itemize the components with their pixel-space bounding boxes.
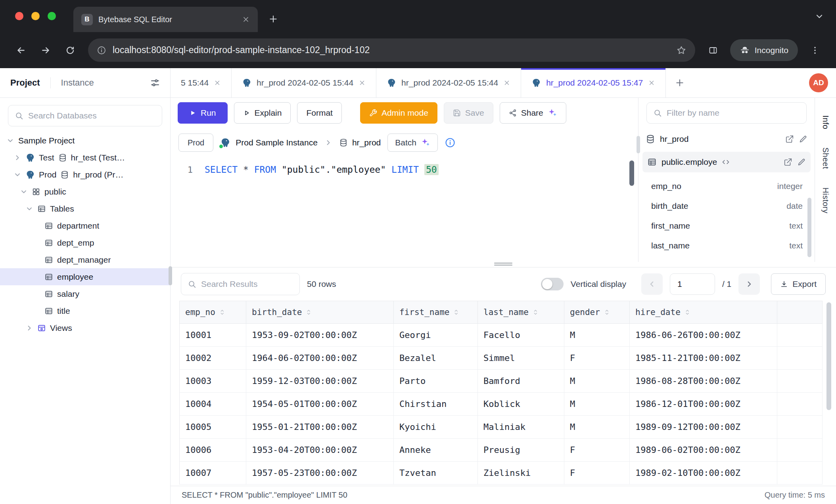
tree-item-prod-database[interactable]: Prod hr_prod (Pr… — [0, 166, 170, 183]
schema-column-row[interactable]: first_nametext — [639, 216, 815, 236]
environment-chip[interactable]: Prod — [178, 134, 213, 152]
column-header-first_name[interactable]: first_name — [394, 301, 478, 324]
schema-column-row[interactable]: birth_datedate — [639, 196, 815, 216]
caret-down-icon[interactable] — [20, 188, 28, 196]
filter-input[interactable]: Filter by name — [646, 102, 807, 124]
result-cell[interactable]: Simmel — [478, 347, 564, 370]
tab-close-icon[interactable] — [503, 79, 510, 86]
result-cell[interactable]: 1953-09-02T00:00:00Z — [246, 324, 394, 347]
result-cell[interactable]: 1957-05-23T00:00:00Z — [246, 462, 394, 485]
schema-table-row[interactable]: public.employe — [642, 152, 811, 172]
tree-item-table-employee[interactable]: employee — [0, 268, 170, 285]
result-cell[interactable]: 10007 — [180, 462, 246, 485]
editor-scrollbar[interactable] — [629, 160, 634, 186]
window-zoom-button[interactable] — [48, 12, 56, 20]
prev-page-button[interactable] — [641, 273, 663, 295]
panel-splitter[interactable] — [171, 262, 836, 267]
result-cell[interactable]: 1954-05-01T00:00:00Z — [246, 393, 394, 416]
page-input[interactable]: 1 — [670, 273, 715, 295]
tab-list-chevron-icon[interactable] — [815, 11, 824, 21]
result-cell[interactable]: M — [564, 324, 630, 347]
result-cell[interactable]: Koblick — [478, 393, 564, 416]
tree-item-table-dept_manager[interactable]: dept_manager — [0, 251, 170, 268]
tab-project[interactable]: Project — [10, 78, 40, 88]
result-cell[interactable]: Preusig — [478, 439, 564, 462]
sort-icon[interactable] — [604, 309, 611, 316]
result-cell[interactable]: 1986-12-01T00:00:00Z — [630, 393, 777, 416]
column-header-emp_no[interactable]: emp_no — [180, 301, 246, 324]
result-cell[interactable]: 1959-12-03T00:00:00Z — [246, 370, 394, 393]
incognito-badge[interactable]: Incognito — [730, 39, 798, 61]
run-button[interactable]: Run — [178, 102, 228, 124]
admin-mode-button[interactable]: Admin mode — [360, 102, 437, 124]
column-header-last_name[interactable]: last_name — [478, 301, 564, 324]
save-button[interactable]: Save — [444, 102, 493, 124]
result-cell[interactable]: Tzvetan — [394, 462, 478, 485]
results-search-input[interactable]: Search Results — [181, 273, 300, 295]
result-cell[interactable]: Facello — [478, 324, 564, 347]
tree-item-schema-public[interactable]: public — [0, 183, 170, 200]
result-cell[interactable]: Chirstian — [394, 393, 478, 416]
browser-tab-close-icon[interactable] — [242, 15, 250, 23]
caret-right-icon[interactable] — [25, 324, 33, 332]
tree-item-tables[interactable]: Tables — [0, 200, 170, 217]
edit-icon[interactable] — [797, 158, 806, 166]
url-bar[interactable]: localhost:8080/sql-editor/prod-sample-in… — [88, 38, 695, 62]
schema-column-row[interactable]: last_nametext — [639, 236, 815, 256]
share-button[interactable]: Share — [500, 102, 566, 124]
caret-down-icon[interactable] — [25, 205, 33, 213]
result-cell[interactable]: Parto — [394, 370, 478, 393]
result-cell[interactable]: 10006 — [180, 439, 246, 462]
explain-button[interactable]: Explain — [234, 102, 291, 124]
vertical-display-toggle[interactable] — [541, 278, 564, 290]
schema-column-row[interactable]: emp_nointeger — [639, 176, 815, 196]
add-sheet-icon[interactable] — [675, 78, 685, 88]
result-cell[interactable]: 1955-01-21T00:00:00Z — [246, 416, 394, 439]
result-cell[interactable]: 10004 — [180, 393, 246, 416]
result-cell[interactable]: Kyoichi — [394, 416, 478, 439]
window-minimize-button[interactable] — [31, 12, 40, 20]
result-cell[interactable]: F — [564, 439, 630, 462]
instance-breadcrumb[interactable]: Prod Sample Instance — [220, 137, 318, 148]
result-cell[interactable]: Maliniak — [478, 416, 564, 439]
connection-info-icon[interactable] — [445, 137, 456, 148]
side-panel-button[interactable] — [702, 40, 724, 61]
sidebar-resize-handle[interactable] — [169, 266, 172, 285]
result-cell[interactable]: 1986-08-28T00:00:00Z — [630, 370, 777, 393]
edit-icon[interactable] — [799, 135, 807, 143]
schema-scrollbar[interactable] — [807, 198, 811, 257]
result-cell[interactable]: Bezalel — [394, 347, 478, 370]
tab-close-icon[interactable] — [214, 79, 221, 86]
export-button[interactable]: Export — [771, 273, 826, 295]
column-header-gender[interactable]: gender — [564, 301, 630, 324]
sql-tab[interactable]: 5 15:44 — [171, 68, 232, 97]
result-cell[interactable]: M — [564, 393, 630, 416]
result-cell[interactable]: Georgi — [394, 324, 478, 347]
tab-close-icon[interactable] — [359, 79, 366, 86]
tree-item-test-database[interactable]: Test hr_test (Test… — [0, 149, 170, 166]
tree-item-table-title[interactable]: title — [0, 302, 170, 319]
site-info-icon[interactable] — [97, 46, 106, 55]
database-search-input[interactable]: Search Databases — [8, 105, 162, 126]
window-close-button[interactable] — [15, 12, 23, 20]
bookmark-star-icon[interactable] — [676, 45, 686, 55]
caret-down-icon[interactable] — [13, 171, 21, 179]
result-cell[interactable]: 10003 — [180, 370, 246, 393]
result-cell[interactable]: 1986-06-26T00:00:00Z — [630, 324, 777, 347]
result-cell[interactable]: 10001 — [180, 324, 246, 347]
tree-item-table-salary[interactable]: salary — [0, 285, 170, 302]
format-button[interactable]: Format — [297, 102, 342, 124]
sidebar-settings-icon[interactable] — [150, 78, 160, 88]
batch-button[interactable]: Batch — [387, 134, 438, 152]
result-cell[interactable]: 1985-11-21T00:00:00Z — [630, 347, 777, 370]
tab-instance[interactable]: Instance — [61, 78, 94, 88]
result-cell[interactable]: 1989-02-10T00:00:00Z — [630, 462, 777, 485]
splitter-grip-icon[interactable] — [494, 263, 512, 265]
side-tab-info[interactable]: Info — [821, 109, 830, 136]
open-external-icon[interactable] — [785, 135, 794, 143]
sql-tab[interactable]: hr_prod 2024-02-05 15:47 — [521, 68, 666, 97]
tab-close-icon[interactable] — [648, 79, 655, 86]
tree-item-table-dept_emp[interactable]: dept_emp — [0, 234, 170, 251]
browser-menu-button[interactable] — [804, 40, 826, 61]
result-cell[interactable]: 10005 — [180, 416, 246, 439]
